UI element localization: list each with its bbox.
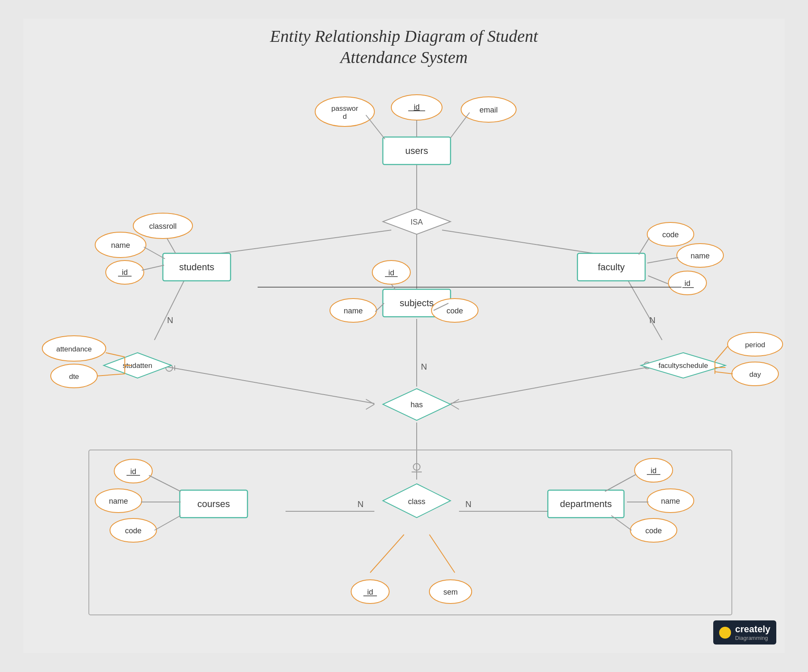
- title-line1: Entity Relationship Diagram of Student: [269, 27, 538, 46]
- attr-studatten-dte-label: dte: [69, 373, 79, 381]
- attr-depts-code-label: code: [645, 527, 662, 535]
- svg-line-29: [144, 247, 165, 259]
- attr-depts-name-label: name: [661, 497, 680, 505]
- svg-line-1: [205, 230, 391, 255]
- svg-text:d: d: [343, 112, 346, 121]
- svg-line-7: [159, 365, 374, 403]
- svg-line-9: [366, 404, 374, 409]
- svg-line-23: [429, 535, 455, 573]
- attr-courses-name-label: name: [109, 497, 128, 505]
- rel-isa-label: ISA: [410, 218, 423, 226]
- attr-faculty-id-label: id: [684, 279, 690, 288]
- attr-courses-code-label: code: [125, 527, 141, 535]
- svg-line-41: [106, 353, 125, 357]
- attr-users-password-label: passwor: [331, 104, 358, 112]
- svg-point-59: [722, 628, 728, 634]
- svg-line-48: [715, 372, 733, 374]
- main-container: Entity Relationship Diagram of Student A…: [23, 19, 785, 653]
- entity-courses-label: courses: [197, 499, 230, 509]
- attr-students-id-label: id: [122, 268, 128, 277]
- svg-line-4: [154, 281, 184, 340]
- svg-line-14: [451, 404, 459, 409]
- svg-line-28: [451, 112, 470, 138]
- attr-faculty-name-label: name: [690, 252, 709, 260]
- attr-users-email-label: email: [479, 106, 497, 114]
- svg-line-12: [451, 365, 658, 403]
- rel-facultyschedule-label: facultyschedule: [658, 362, 708, 370]
- svg-line-22: [370, 535, 404, 573]
- attr-courses-id-label: id: [130, 467, 136, 476]
- n-label-faculty: N: [649, 315, 655, 325]
- svg-line-27: [366, 115, 385, 139]
- attr-faculty-code-label: code: [662, 230, 679, 239]
- svg-line-54: [605, 475, 636, 491]
- attr-subjects-name-label: name: [344, 307, 363, 315]
- svg-line-30: [167, 239, 176, 253]
- svg-rect-61: [724, 636, 726, 637]
- n-label-students: N: [167, 315, 173, 325]
- watermark-bulb-icon: [719, 627, 731, 639]
- attr-subjects-code-label: code: [446, 307, 463, 315]
- rel-class-label: class: [408, 497, 425, 506]
- attr-students-classroll-label: classroll: [149, 222, 176, 230]
- watermark-brand: creately Diagramming: [735, 624, 770, 641]
- attr-subjects-id-label: id: [388, 269, 394, 277]
- svg-line-32: [142, 265, 164, 270]
- attr-fs-period-label: period: [745, 341, 765, 349]
- svg-line-36: [648, 276, 668, 284]
- entity-subjects-label: subjects: [400, 298, 434, 308]
- entity-users-label: users: [405, 145, 428, 156]
- attr-users-id-label: id: [414, 103, 420, 111]
- n-label-subjects: N: [421, 362, 427, 371]
- svg-line-50: [149, 475, 181, 491]
- attr-class-sem-label: sem: [443, 588, 458, 596]
- attr-students-name-label: name: [111, 241, 130, 250]
- n-label-class-courses: N: [357, 499, 363, 509]
- er-diagram: Entity Relationship Diagram of Student A…: [23, 19, 785, 653]
- svg-line-33: [639, 238, 649, 255]
- attr-fs-day-label: day: [749, 370, 761, 379]
- attr-depts-id-label: id: [651, 466, 657, 475]
- entity-departments-label: departments: [560, 499, 612, 509]
- n-label-class-depts: N: [465, 499, 471, 509]
- svg-line-44: [97, 374, 125, 376]
- svg-line-34: [647, 258, 678, 263]
- watermark: creately Diagramming: [713, 620, 776, 645]
- svg-rect-60: [723, 634, 727, 636]
- attr-class-id-label: id: [367, 588, 373, 596]
- attr-studatten-attendance-label: attendance: [56, 345, 92, 353]
- rel-has-label: has: [410, 400, 423, 409]
- title-line2: Attendance System: [339, 48, 468, 67]
- entity-faculty-label: faculty: [598, 262, 625, 272]
- svg-line-52: [154, 516, 181, 530]
- svg-line-2: [442, 230, 607, 255]
- svg-line-45: [715, 346, 728, 361]
- svg-line-5: [628, 281, 662, 340]
- entity-students-label: students: [179, 262, 214, 272]
